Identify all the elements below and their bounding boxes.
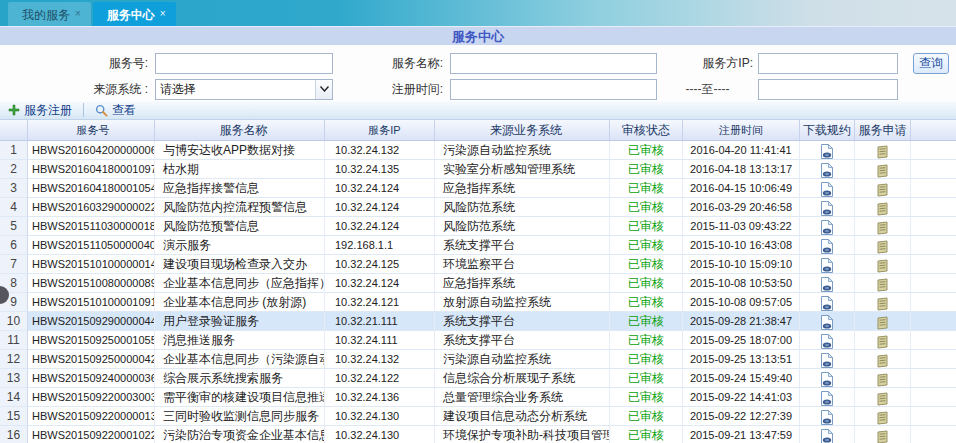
service-apply-icon[interactable] bbox=[876, 335, 889, 349]
download-doc-icon[interactable] bbox=[820, 277, 834, 292]
audit-status-cell: 已审核 bbox=[610, 236, 683, 255]
tab-close-icon[interactable]: × bbox=[75, 8, 81, 19]
register-time-cell: 2015-09-25 18:07:00 bbox=[683, 331, 800, 350]
audit-status-cell: 已审核 bbox=[610, 388, 683, 407]
register-time-cell: 2016-04-18 13:13:17 bbox=[683, 160, 800, 179]
row-filler bbox=[911, 179, 956, 198]
download-doc-icon[interactable] bbox=[820, 239, 834, 254]
register-time-cell: 2016-04-20 11:41:41 bbox=[683, 141, 800, 160]
audit-status-cell: 已审核 bbox=[610, 350, 683, 369]
view-button[interactable]: 查看 bbox=[95, 102, 136, 119]
service-apply-icon[interactable] bbox=[876, 145, 889, 159]
header-audit-status[interactable]: 审核状态 bbox=[610, 120, 683, 140]
service-apply-icon[interactable] bbox=[876, 202, 889, 216]
tab-bar: 我的服务× 服务中心× bbox=[0, 0, 956, 26]
service-register-label: 服务注册 bbox=[24, 102, 72, 119]
source-system-select[interactable]: 请选择 bbox=[155, 79, 333, 100]
header-source-system[interactable]: 来源业务系统 bbox=[435, 120, 610, 140]
service-apply-icon[interactable] bbox=[876, 373, 889, 387]
download-doc-icon[interactable] bbox=[820, 353, 834, 368]
header-download[interactable]: 下载规约 bbox=[800, 120, 855, 140]
download-cell bbox=[800, 331, 855, 350]
service-apply-icon[interactable] bbox=[876, 259, 889, 273]
download-doc-icon[interactable] bbox=[820, 201, 834, 216]
table-row[interactable]: 10 HBWS2015092900000444 用户登录验证服务 10.32.2… bbox=[0, 312, 956, 331]
service-apply-icon[interactable] bbox=[876, 354, 889, 368]
service-apply-icon[interactable] bbox=[876, 316, 889, 330]
apply-cell bbox=[855, 312, 911, 331]
row-number-cell: 15 bbox=[0, 407, 28, 426]
row-number-cell: 1 bbox=[0, 141, 28, 160]
service-apply-icon[interactable] bbox=[876, 240, 889, 254]
apply-cell bbox=[855, 217, 911, 236]
table-row[interactable]: 16 HBWS2015092200010229 污染防治专项资金企业基本信息同步… bbox=[0, 426, 956, 443]
row-filler bbox=[911, 236, 956, 255]
tab-my-services[interactable]: 我的服务× bbox=[8, 2, 91, 26]
service-name-cell: 企业基本信息同步（污染源自动监 bbox=[155, 350, 325, 369]
service-no-input[interactable] bbox=[155, 53, 333, 74]
register-time-from-input[interactable] bbox=[450, 79, 657, 100]
download-doc-icon[interactable] bbox=[820, 334, 834, 349]
download-doc-icon[interactable] bbox=[820, 144, 834, 159]
service-apply-icon[interactable] bbox=[876, 221, 889, 235]
service-apply-icon[interactable] bbox=[876, 164, 889, 178]
download-doc-icon[interactable] bbox=[820, 182, 834, 197]
header-service-name[interactable]: 服务名称 bbox=[155, 120, 325, 140]
service-apply-icon[interactable] bbox=[876, 278, 889, 292]
download-doc-icon[interactable] bbox=[820, 410, 834, 425]
table-row[interactable]: 8 HBWS2015100800000898 企业基本信息同步（应急指挥） 10… bbox=[0, 274, 956, 293]
table-row[interactable]: 5 HBWS2015110300000187 风险防范预警信息 10.32.24… bbox=[0, 217, 956, 236]
apply-cell bbox=[855, 350, 911, 369]
header-service-no[interactable]: 服务号 bbox=[28, 120, 155, 140]
tab-service-center[interactable]: 服务中心× bbox=[93, 2, 176, 26]
download-cell bbox=[800, 312, 855, 331]
register-time-to-input[interactable] bbox=[758, 79, 898, 100]
audit-status-cell: 已审核 bbox=[610, 407, 683, 426]
row-number-cell: 12 bbox=[0, 350, 28, 369]
apply-cell bbox=[855, 160, 911, 179]
table-row[interactable]: 6 HBWS2015110500000408 演示服务 192.168.1.1 … bbox=[0, 236, 956, 255]
download-doc-icon[interactable] bbox=[820, 220, 834, 235]
download-doc-icon[interactable] bbox=[820, 258, 834, 273]
download-doc-icon[interactable] bbox=[820, 429, 834, 443]
row-filler bbox=[911, 350, 956, 369]
header-register-time[interactable]: 注册时间 bbox=[683, 120, 800, 140]
service-ip-input[interactable] bbox=[758, 53, 898, 74]
service-apply-icon[interactable] bbox=[876, 392, 889, 406]
service-name-cell: 与博安达收APP数据对接 bbox=[155, 141, 325, 160]
download-doc-icon[interactable] bbox=[820, 372, 834, 387]
service-register-button[interactable]: 服务注册 bbox=[8, 102, 72, 119]
service-apply-icon[interactable] bbox=[876, 297, 889, 311]
table-row[interactable]: 13 HBWS2015092400000366 综合展示系统搜索服务 10.32… bbox=[0, 369, 956, 388]
apply-cell bbox=[855, 179, 911, 198]
magnifier-icon bbox=[95, 104, 108, 117]
service-no-cell: HBWS2015110500000408 bbox=[28, 236, 155, 255]
apply-cell bbox=[855, 198, 911, 217]
table-row[interactable]: 3 HBWS2016041800010547 应急指挥接警信息 10.32.24… bbox=[0, 179, 956, 198]
tab-close-icon[interactable]: × bbox=[160, 8, 166, 19]
table-row[interactable]: 14 HBWS2015092200030034 需平衡审的核建设项目信息推送服务… bbox=[0, 388, 956, 407]
table-row[interactable]: 9 HBWS2015101000010913 企业基本信息同步 (放射源) 10… bbox=[0, 293, 956, 312]
table-row[interactable]: 1 HBWS2016042000000061 与博安达收APP数据对接 10.3… bbox=[0, 141, 956, 160]
table-row[interactable]: 12 HBWS2015092500000422 企业基本信息同步（污染源自动监 … bbox=[0, 350, 956, 369]
download-doc-icon[interactable] bbox=[820, 315, 834, 330]
table-row[interactable]: 15 HBWS2015092200000138 三同时验收监测信息同步服务 10… bbox=[0, 407, 956, 426]
header-service-ip[interactable]: 服务IP bbox=[325, 120, 435, 140]
plus-icon bbox=[8, 104, 20, 116]
service-apply-icon[interactable] bbox=[876, 183, 889, 197]
table-row[interactable]: 7 HBWS2015101000000143 建设项目现场检查录入交办 10.3… bbox=[0, 255, 956, 274]
table-row[interactable]: 4 HBWS2016032900000229 风险防范内控流程预警信息 10.3… bbox=[0, 198, 956, 217]
query-button[interactable]: 查询 bbox=[913, 53, 949, 74]
table-row[interactable]: 2 HBWS2016041800010979 枯水期 10.32.24.135 … bbox=[0, 160, 956, 179]
download-doc-icon[interactable] bbox=[820, 296, 834, 311]
download-doc-icon[interactable] bbox=[820, 391, 834, 406]
header-apply[interactable]: 服务申请 bbox=[855, 120, 911, 140]
service-name-input[interactable] bbox=[450, 53, 657, 74]
chevron-down-icon[interactable] bbox=[315, 80, 332, 99]
table-row[interactable]: 11 HBWS2015092500010553 消息推送服务 10.32.24.… bbox=[0, 331, 956, 350]
service-apply-icon[interactable] bbox=[876, 411, 889, 425]
tab-label: 我的服务 bbox=[22, 8, 70, 22]
download-doc-icon[interactable] bbox=[820, 163, 834, 178]
register-time-cell: 2015-10-08 09:57:05 bbox=[683, 293, 800, 312]
service-apply-icon[interactable] bbox=[876, 430, 889, 443]
